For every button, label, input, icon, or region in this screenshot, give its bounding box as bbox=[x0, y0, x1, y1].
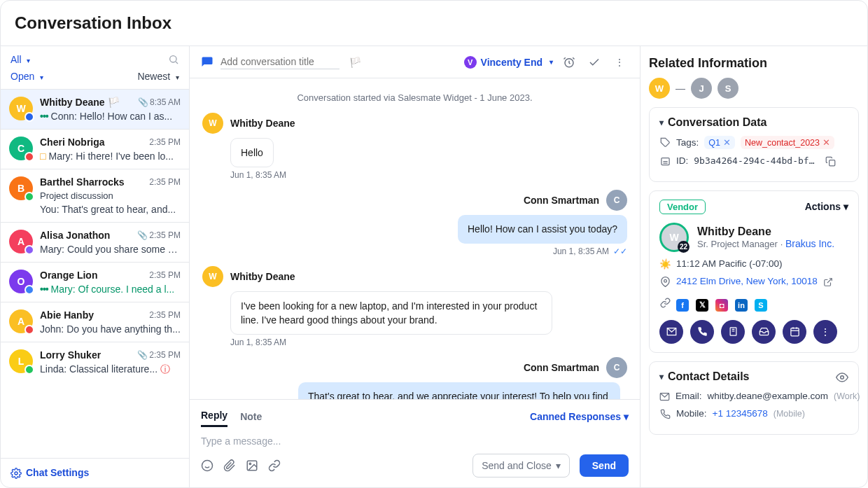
contact-actions[interactable]: Actions ▾ bbox=[805, 201, 848, 212]
chat-icon bbox=[201, 55, 214, 68]
mobile-type: (Mobile) bbox=[774, 409, 805, 419]
more-vertical-icon[interactable]: ⋮ bbox=[610, 57, 629, 68]
conversation-name: Orange Lion bbox=[40, 270, 97, 281]
remove-tag-icon[interactable]: ✕ bbox=[723, 137, 731, 148]
tag-icon bbox=[659, 137, 671, 148]
id-label: ID: bbox=[676, 155, 688, 166]
conversation-title-input[interactable] bbox=[220, 55, 340, 69]
contact-name: Whitby Deane bbox=[697, 225, 834, 238]
flag-icon[interactable]: 🏳️ bbox=[349, 57, 361, 68]
link-icon bbox=[659, 297, 671, 308]
tag-chip[interactable]: Q1 ✕ bbox=[704, 136, 735, 149]
conversation-item[interactable]: B Barthel Sharrocks 2:35 PM Project disc… bbox=[1, 169, 189, 222]
conversation-list: W Whitby Deane🏳️ 📎8:35 AM ••• Conn: Hell… bbox=[1, 89, 189, 457]
snooze-icon[interactable] bbox=[560, 55, 578, 68]
assignee-label: Vincenty End bbox=[481, 57, 542, 68]
send-and-close-button[interactable]: Send and Close ▾ bbox=[472, 454, 570, 477]
more-action-icon[interactable]: ⋮ bbox=[813, 320, 837, 344]
typing-indicator-icon: ••• bbox=[40, 284, 48, 295]
copy-icon[interactable] bbox=[825, 155, 836, 167]
facebook-icon[interactable]: f bbox=[676, 299, 689, 312]
canned-responses-label: Canned Responses bbox=[530, 411, 621, 422]
avatar-icon: C bbox=[606, 357, 627, 378]
conversation-item[interactable]: L Lorry Shuker 📎2:35 PM Linda: Classical… bbox=[1, 342, 189, 383]
chat-settings-label: Chat Settings bbox=[26, 467, 89, 478]
tab-reply[interactable]: Reply bbox=[201, 405, 227, 427]
conversation-preview: ••• Mary: Of course. I need a l... bbox=[40, 284, 181, 295]
contact-email: whitby.deane@example.com bbox=[708, 391, 829, 401]
conversation-preview: Mary: Could you share some s... bbox=[40, 244, 181, 255]
participant-avatar-icon[interactable]: J bbox=[691, 78, 712, 99]
conversation-name: Whitby Deane🏳️ bbox=[40, 97, 120, 108]
sort-newest[interactable]: Newest ▾ bbox=[137, 71, 179, 82]
attachment-icon: 📎 bbox=[138, 97, 148, 107]
conversation-item[interactable]: A Alisa Jonathon 📎2:35 PM Mary: Could yo… bbox=[1, 222, 189, 262]
message-input[interactable] bbox=[201, 435, 629, 447]
emoji-icon[interactable] bbox=[201, 459, 214, 472]
conversation-name: Lorry Shuker bbox=[40, 349, 101, 361]
external-link-icon[interactable] bbox=[823, 276, 833, 286]
conversation-preview: Linda: Classical literature...ⓘ bbox=[40, 363, 181, 376]
filter-open-label: Open bbox=[10, 71, 34, 82]
canned-responses[interactable]: Canned Responses ▾ bbox=[530, 411, 629, 422]
chat-settings[interactable]: Chat Settings bbox=[1, 458, 189, 487]
svg-rect-20 bbox=[790, 328, 798, 336]
clock-icon: ☀️ bbox=[659, 258, 671, 270]
related-info-title: Related Information bbox=[649, 56, 859, 71]
conversation-preview: You: That's great to hear, and... bbox=[40, 204, 181, 215]
message-timestamp: Jun 1, 8:35 AM✓✓ bbox=[202, 246, 627, 256]
instagram-icon[interactable]: ◘ bbox=[715, 299, 728, 312]
conversation-item[interactable]: A Abie Hanby 2:35 PM John: Do you have a… bbox=[1, 302, 189, 342]
image-icon[interactable] bbox=[246, 459, 258, 472]
contact-role: Sr. Project Manager bbox=[697, 239, 778, 249]
chevron-down-icon: ▾ bbox=[556, 460, 561, 471]
dash: — bbox=[676, 83, 685, 94]
contact-company-link[interactable]: Brakus Inc. bbox=[785, 238, 834, 249]
conversation-item[interactable]: C Cheri Nobriga 2:35 PM □Mary: Hi there!… bbox=[1, 129, 189, 169]
attachment-icon[interactable] bbox=[223, 459, 236, 472]
call-action-icon[interactable] bbox=[690, 320, 714, 344]
svg-rect-14 bbox=[830, 160, 835, 166]
note-action-icon[interactable] bbox=[721, 320, 745, 344]
email-action-icon[interactable] bbox=[659, 320, 683, 344]
calendar-action-icon[interactable] bbox=[783, 320, 806, 344]
filter-all[interactable]: All ▾ bbox=[10, 54, 30, 65]
thread: 🏳️ V Vincenty End ▾ ⋮ Conversation start… bbox=[190, 46, 640, 487]
contact-mobile[interactable]: +1 12345678 bbox=[713, 408, 768, 419]
conversation-name: Abie Hanby bbox=[40, 309, 94, 321]
tag-chip[interactable]: New_contact_2023 ✕ bbox=[741, 136, 834, 149]
visibility-icon[interactable] bbox=[836, 370, 848, 384]
inbox-action-icon[interactable] bbox=[752, 320, 776, 344]
message-bubble: That's great to hear, and we appreciate … bbox=[298, 382, 620, 399]
participant-avatar-icon[interactable]: W bbox=[649, 78, 670, 99]
assignee-select[interactable]: V Vincenty End ▾ bbox=[464, 56, 553, 69]
skype-icon[interactable]: S bbox=[755, 299, 767, 312]
contact-avatar-icon: W22 bbox=[659, 223, 689, 252]
conversation-item[interactable]: W Whitby Deane🏳️ 📎8:35 AM ••• Conn: Hell… bbox=[1, 89, 189, 129]
x-twitter-icon[interactable]: 𝕏 bbox=[696, 299, 708, 312]
section-contact-details[interactable]: ▾ Contact Details bbox=[659, 370, 848, 384]
remove-tag-icon[interactable]: ✕ bbox=[822, 137, 830, 148]
search-icon[interactable] bbox=[168, 53, 179, 65]
linkedin-icon[interactable]: in bbox=[735, 299, 748, 312]
section-conversation-data[interactable]: ▾ Conversation Data bbox=[659, 116, 848, 129]
email-type: (Work) bbox=[834, 391, 860, 401]
vendor-badge: Vendor bbox=[659, 200, 706, 214]
resolve-icon[interactable] bbox=[585, 55, 603, 68]
conversation-item[interactable]: O Orange Lion 2:35 PM ••• Mary: Of cours… bbox=[1, 262, 189, 302]
participant-avatar-icon[interactable]: S bbox=[718, 78, 738, 99]
contact-address-link[interactable]: 2412 Elm Drive, New York, 10018 bbox=[676, 276, 818, 286]
avatar-icon: L bbox=[9, 349, 33, 373]
draft-icon: □ bbox=[40, 151, 46, 162]
chevron-down-icon: ▾ bbox=[176, 74, 179, 81]
attachment-icon: 📎 bbox=[137, 350, 148, 360]
chevron-down-icon: ▾ bbox=[659, 118, 664, 127]
send-button[interactable]: Send bbox=[580, 454, 629, 477]
link-icon[interactable] bbox=[268, 459, 281, 472]
conversation-preview: □Mary: Hi there! I've been lo... bbox=[40, 151, 181, 162]
svg-point-24 bbox=[841, 375, 844, 379]
message-group: W Whitby Deane Hello Jun 1, 8:35 AM bbox=[202, 113, 627, 180]
chevron-down-icon: ▾ bbox=[27, 57, 30, 64]
tab-note[interactable]: Note bbox=[240, 407, 262, 426]
filter-open[interactable]: Open ▾ bbox=[10, 71, 43, 82]
